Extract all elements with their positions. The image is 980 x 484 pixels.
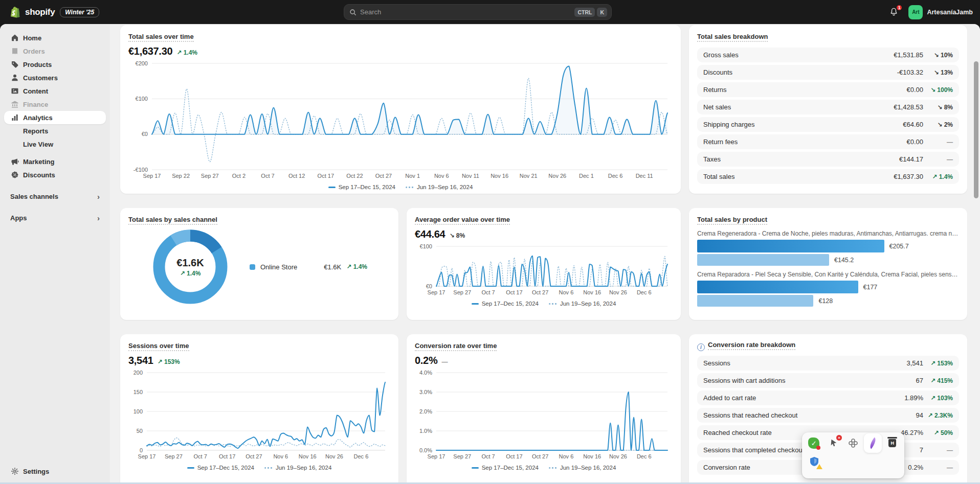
metric-delta: ↗ 153% xyxy=(158,358,180,365)
sidebar-item-discounts[interactable]: Discounts xyxy=(4,168,106,181)
sidebar-item-orders[interactable]: Orders xyxy=(4,44,106,58)
row-value: 94 xyxy=(916,411,923,419)
sidebar-item-label: Content xyxy=(23,87,48,95)
product-bars: Crema Regeneradora - Crema de Noche, pie… xyxy=(697,230,959,307)
sidebar-section-apps[interactable]: Apps › xyxy=(4,211,106,224)
card-sessions-over-time: Sessions over time 3,541 ↗ 153% 20015010… xyxy=(120,334,398,484)
sidebar-item-products[interactable]: Products xyxy=(4,58,106,71)
search-bar[interactable]: CTRL K xyxy=(344,4,612,20)
feather-extension-icon[interactable] xyxy=(864,433,882,453)
shortcut-key-k: K xyxy=(597,8,607,17)
table-row[interactable]: Return fees €0.00 — xyxy=(697,134,959,149)
table-row[interactable]: Sessions that reached checkout 94 ↗ 2.3K… xyxy=(697,408,959,423)
card-title[interactable]: Conversion rate breakdown xyxy=(708,341,795,350)
bar-chart-icon xyxy=(10,113,19,122)
sidebar-item-label: Finance xyxy=(23,101,48,108)
sidebar-item-customers[interactable]: Customers xyxy=(4,71,106,84)
sidebar-item-content[interactable]: Content xyxy=(4,84,106,98)
metric-value: 0.2% xyxy=(415,355,437,366)
table-row[interactable]: Added to cart rate 1.89% ↗ 103% xyxy=(697,390,959,405)
product-bar-group[interactable]: Crema Regeneradora - Crema de Noche, pie… xyxy=(697,230,959,266)
svg-text:Nov 16: Nov 16 xyxy=(299,453,317,459)
svg-text:€0: €0 xyxy=(426,283,432,289)
svg-text:Sep 27: Sep 27 xyxy=(165,453,183,459)
notifications-button[interactable]: 1 xyxy=(887,6,900,19)
legend-label: Jun 19–Sep 16, 2024 xyxy=(560,465,616,471)
svg-text:Oct 17: Oct 17 xyxy=(219,453,235,459)
card-title[interactable]: Average order value over time xyxy=(415,216,510,225)
svg-text:Nov 1: Nov 1 xyxy=(405,173,420,179)
product-bar-group[interactable]: Crema Reparadora - Piel Seca y Sensible,… xyxy=(697,271,959,307)
sidebar-item-reports[interactable]: Reports xyxy=(4,124,106,137)
cursor-blocked-extension-icon[interactable]: × xyxy=(828,437,840,449)
row-label: Total sales xyxy=(703,173,894,180)
row-label: Shipping charges xyxy=(703,121,903,128)
row-value: €1,531.85 xyxy=(894,51,923,59)
table-row[interactable]: Gross sales €1,531.85 ↘ 10% xyxy=(697,48,959,62)
gear-icon xyxy=(10,467,19,476)
sidebar-item-label: Reports xyxy=(23,127,48,135)
metric-value: €1,637.30 xyxy=(128,45,172,57)
row-label: Sessions xyxy=(703,359,906,367)
previous-period-bar xyxy=(697,295,813,307)
clover-extension-icon[interactable] xyxy=(848,437,859,449)
content-icon xyxy=(10,87,19,96)
svg-text:Dec 6: Dec 6 xyxy=(637,453,652,459)
shopify-logo[interactable]: shopify xyxy=(8,6,55,19)
info-icon[interactable]: i xyxy=(697,343,705,351)
table-row[interactable]: Discounts -€103.32 ↘ 13% xyxy=(697,65,959,80)
table-row[interactable]: Taxes €144.17 — xyxy=(697,152,959,167)
row-value: €1,637.30 xyxy=(894,173,923,180)
card-title[interactable]: Conversion rate over time xyxy=(415,342,497,351)
avatar: Art xyxy=(908,5,923,19)
row-delta: ↘ 10% xyxy=(923,52,953,59)
green-check-extension-icon[interactable]: ✓ xyxy=(808,437,820,449)
channel-legend: Online Store €1.6K ↗ 1.4% xyxy=(250,263,367,271)
legend-label: Jun 19–Sep 16, 2024 xyxy=(417,184,473,190)
svg-text:Oct 17: Oct 17 xyxy=(506,453,522,459)
table-row[interactable]: Returns €0.00 ↘ 100% xyxy=(697,82,959,97)
account-menu[interactable]: Art ArtesaníaJamb xyxy=(908,5,973,19)
chevron-right-icon: › xyxy=(97,214,100,222)
card-average-order-value: Average order value over time €44.64 ↘ 8… xyxy=(407,208,681,320)
table-row[interactable]: Shipping charges €64.60 ↘ 2% xyxy=(697,117,959,132)
trash-extension-icon[interactable]: H xyxy=(886,437,898,449)
card-title[interactable]: Total sales by product xyxy=(697,216,767,225)
svg-text:Dec 6: Dec 6 xyxy=(637,289,652,295)
svg-text:3.0%: 3.0% xyxy=(419,389,432,395)
sidebar-item-live-view[interactable]: Live View xyxy=(4,137,106,151)
svg-text:Oct 27: Oct 27 xyxy=(375,173,392,179)
sidebar-item-finance[interactable]: Finance xyxy=(4,98,106,111)
svg-text:Nov 11: Nov 11 xyxy=(462,173,479,179)
shield-warning-extension-icon[interactable] xyxy=(808,455,820,468)
search-input[interactable] xyxy=(360,8,572,16)
row-value: 3,541 xyxy=(906,359,923,367)
sales-breakdown-table: Gross sales €1,531.85 ↘ 10% Discounts -€… xyxy=(697,48,959,184)
card-title[interactable]: Sessions over time xyxy=(128,342,189,351)
svg-text:Oct 7: Oct 7 xyxy=(481,289,495,295)
edition-badge[interactable]: Winter '25 xyxy=(60,7,99,17)
page-scrollbar[interactable] xyxy=(974,61,978,198)
sidebar-item-settings[interactable]: Settings xyxy=(4,465,106,478)
table-row[interactable]: Sessions 3,541 ↗ 153% xyxy=(697,356,959,371)
megaphone-icon xyxy=(10,157,19,166)
table-row[interactable]: Sessions with cart additions 67 ↗ 415% xyxy=(697,373,959,388)
table-row[interactable]: Total sales €1,637.30 ↗ 1.4% xyxy=(697,169,959,184)
sidebar-section-sales-channels[interactable]: Sales channels › xyxy=(4,190,106,203)
svg-text:2.0%: 2.0% xyxy=(419,408,432,414)
sidebar-item-marketing[interactable]: Marketing xyxy=(4,155,106,168)
row-delta: ↗ 153% xyxy=(923,360,953,367)
row-label: Taxes xyxy=(703,155,899,163)
card-title[interactable]: Total sales breakdown xyxy=(697,33,768,42)
svg-text:Nov 26: Nov 26 xyxy=(609,453,627,459)
row-label: Returns xyxy=(703,86,906,94)
row-value: 1.89% xyxy=(904,394,923,402)
card-title[interactable]: Total sales over time xyxy=(128,33,194,42)
card-title[interactable]: Total sales by sales channel xyxy=(128,216,217,225)
svg-text:1.0%: 1.0% xyxy=(419,428,432,434)
table-row[interactable]: Net sales €1,428.53 ↘ 8% xyxy=(697,100,959,114)
legend-label: Sep 17–Dec 15, 2024 xyxy=(482,301,539,307)
row-value: €1,428.53 xyxy=(894,103,923,111)
sidebar-item-home[interactable]: Home xyxy=(4,31,106,44)
sidebar-item-analytics[interactable]: Analytics xyxy=(4,111,106,124)
